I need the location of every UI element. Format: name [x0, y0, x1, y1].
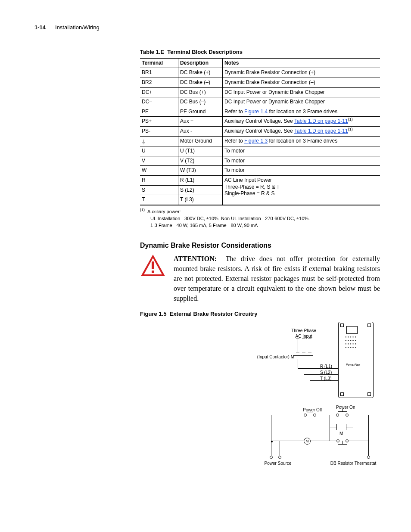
th-notes: Notes — [223, 58, 380, 68]
cell-desc: Aux - — [178, 126, 223, 136]
xref-link[interactable]: Table 1.D on page 1-11 — [294, 128, 348, 134]
contact-open-icon — [346, 439, 349, 442]
merged-line: Single-Phase = R & S — [224, 190, 274, 196]
table-row: ⏚Motor GroundRefer to Figure 1.3 for loc… — [140, 136, 380, 146]
wire-icon — [310, 339, 310, 352]
underline-icon — [318, 369, 336, 369]
table-row: PS+Aux +Auxiliary Control Voltage. See T… — [140, 117, 380, 127]
xref-link[interactable]: Figure 1.3 — [244, 138, 268, 144]
table-row: BR1DC Brake (+)Dynamic Brake Resistor Co… — [140, 68, 380, 78]
cell-notes: Dynamic Brake Resistor Connection (–) — [223, 78, 380, 87]
notes-pre: Auxiliary Control Voltage. See — [224, 128, 294, 134]
svg-rect-3 — [152, 271, 154, 273]
cell-terminal: W — [140, 166, 178, 176]
table-caption: Table 1.E Terminal Block Descriptions — [140, 49, 380, 56]
cell-desc: DC Brake (+) — [178, 68, 223, 78]
wire-icon — [304, 359, 304, 374]
wire-icon — [316, 415, 330, 415]
notes-pre: Refer to — [224, 138, 244, 144]
figure-caption: Figure 1.5 External Brake Resistor Circu… — [140, 311, 380, 318]
drive-display-icon — [346, 326, 358, 334]
terminal-table: Terminal Description Notes BR1DC Brake (… — [140, 58, 380, 205]
mount-hole-icon — [367, 392, 371, 396]
th-terminal: Terminal — [140, 58, 178, 68]
label-text: AC Input — [296, 334, 312, 339]
db-thermostat-label: DB Resistor Thermostat — [325, 460, 381, 466]
cell-notes: To motor — [223, 166, 380, 176]
contact-open-icon — [346, 414, 349, 417]
cell-terminal: V — [140, 156, 178, 166]
cell-desc: U (T1) — [178, 146, 223, 156]
terminal-cap-icon — [308, 339, 311, 339]
wire-icon — [346, 427, 353, 427]
notes-post: for location on 3 Frame drives — [268, 138, 337, 144]
thermostat-stem-icon — [342, 441, 343, 444]
table-header-row: Terminal Description Notes — [140, 58, 380, 68]
merged-line: Three-Phase = R, S & T — [224, 184, 280, 190]
figure-caption-label: Figure 1.5 — [140, 311, 166, 317]
m-aux-label: M — [339, 431, 343, 436]
notes-pre: Auxiliary Control Voltage. See — [224, 118, 294, 124]
page-header: 1-14Installation/Wiring — [34, 24, 380, 31]
footnote-ref: (1) — [348, 117, 353, 121]
cell-terminal: BR1 — [140, 68, 178, 78]
table-row: PS-Aux -Auxiliary Control Voltage. See T… — [140, 126, 380, 136]
svg-rect-2 — [152, 261, 154, 269]
table-row: PEPE GroundRefer to Figure 1.4 for locat… — [140, 107, 380, 117]
wire-icon — [349, 415, 353, 415]
terminal-cap-icon — [302, 339, 305, 339]
contact-open-icon — [336, 414, 339, 417]
cell-notes: Auxiliary Control Voltage. See Table 1.D… — [223, 126, 380, 136]
cell-terminal: R — [140, 175, 178, 185]
underline-icon — [318, 375, 336, 375]
attention-label: ATTENTION: — [174, 255, 217, 262]
wire-icon — [330, 415, 336, 415]
cell-desc: T (L3) — [178, 195, 223, 205]
cell-terminal: BR2 — [140, 78, 178, 87]
m-coil-icon: M — [304, 438, 311, 445]
cell-terminal: DC+ — [140, 87, 178, 97]
th-description: Description — [178, 58, 223, 68]
label-text: Three-Phase — [291, 328, 316, 333]
table-row: WW (T3)To motor — [140, 166, 380, 176]
notes-pre: Refer to — [224, 109, 244, 115]
cell-desc: DC Bus (–) — [178, 97, 223, 107]
label-text: M — [305, 439, 309, 444]
cell-terminal: DC– — [140, 97, 178, 107]
cell-notes-merged: AC Line Input PowerThree-Phase = R, S & … — [223, 175, 380, 205]
contact-open-icon — [304, 414, 307, 417]
attention-block: ATTENTION: The drive does not offer prot… — [140, 254, 380, 304]
wire-icon — [304, 339, 304, 352]
terminal-cap-icon — [302, 352, 305, 352]
table-caption-title: Terminal Block Descriptions — [167, 49, 243, 55]
cell-desc: PE Ground — [178, 107, 223, 117]
xref-link[interactable]: Table 1.D on page 1-11 — [294, 118, 348, 124]
contact-open-icon — [336, 439, 339, 442]
cell-notes: Refer to Figure 1.3 for location on 3 Fr… — [223, 136, 380, 146]
terminal-icon — [270, 456, 273, 459]
cell-terminal: PS+ — [140, 117, 178, 127]
section-heading: Dynamic Brake Resistor Considerations — [140, 241, 380, 250]
terminal-cap-icon — [296, 352, 299, 352]
cell-terminal: U — [140, 146, 178, 156]
cell-notes: DC Input Power or Dynamic Brake Chopper — [223, 87, 380, 97]
page-number: 1-14 — [34, 24, 46, 31]
circuit-diagram: ●●●●●●●●●●●●●●●●●●●● PowerFlex Three-Pha… — [196, 322, 380, 477]
underline-icon — [318, 381, 336, 381]
wire-icon — [330, 427, 336, 427]
cell-terminal: S — [140, 185, 178, 195]
mount-hole-icon — [367, 324, 371, 327]
warning-icon — [140, 254, 166, 277]
cell-desc: Motor Ground — [178, 136, 223, 146]
cell-notes: DC Input Power or Dynamic Brake Chopper — [223, 97, 380, 107]
terminal-cap-icon — [296, 339, 299, 339]
cell-terminal: PE — [140, 107, 178, 117]
wire-icon — [271, 415, 304, 415]
table-caption-label: Table 1.E — [140, 49, 164, 55]
table-row: RR (L1)AC Line Input PowerThree-Phase = … — [140, 175, 380, 185]
cell-notes: Refer to Figure 1.4 for location on 3 Fr… — [223, 107, 380, 117]
notes-post: for location on 3 Frame drives — [268, 109, 337, 115]
xref-link[interactable]: Figure 1.4 — [244, 109, 268, 115]
wire-icon — [311, 441, 330, 441]
cell-notes: To motor — [223, 156, 380, 166]
